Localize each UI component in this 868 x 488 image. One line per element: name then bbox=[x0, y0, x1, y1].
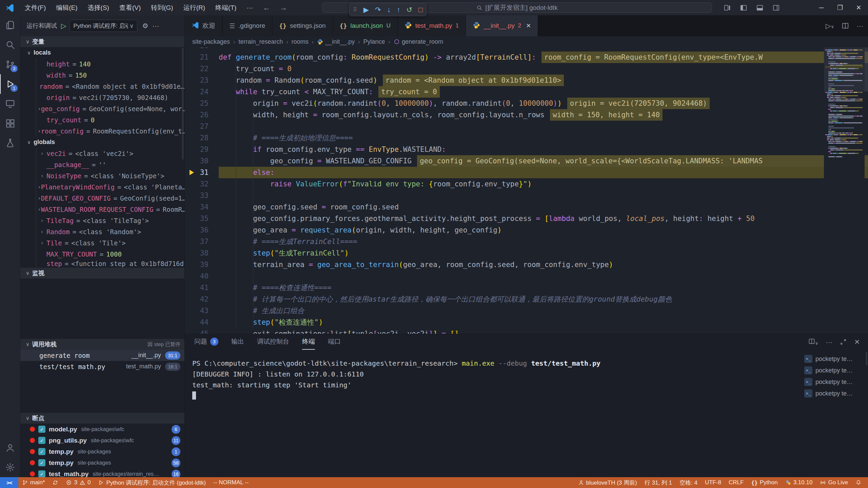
code-line-24[interactable]: 24 while try_count < MAX_TRY_COUNT:try_c… bbox=[185, 86, 868, 98]
nav-forward-button[interactable]: → bbox=[275, 3, 292, 12]
code-line-44[interactable]: 44 step("检查连通性") bbox=[185, 317, 868, 328]
menu-item[interactable]: ··· bbox=[241, 0, 258, 15]
more-actions-icon[interactable]: ··· bbox=[826, 338, 832, 346]
code-line-37[interactable]: 37 # ====生成TerrainCell==== bbox=[185, 236, 868, 247]
breakpoint-row[interactable]: ✓test_math.pysite-packages\terrain_res…1… bbox=[20, 468, 184, 477]
activity-item-source-control[interactable]: 3 bbox=[0, 55, 20, 74]
step-over-button[interactable]: ↷ bbox=[375, 6, 381, 13]
nav-back-button[interactable]: ← bbox=[258, 3, 275, 12]
close-button[interactable]: ✕ bbox=[849, 0, 868, 15]
breadcrumb-item[interactable]: rooms bbox=[292, 38, 309, 45]
code-line-45[interactable]: 45 exit_combinations:list[tuple[vec2i, v… bbox=[185, 328, 868, 334]
activity-item-explorer[interactable] bbox=[0, 15, 20, 35]
customize-layout-icon[interactable] bbox=[724, 4, 731, 12]
split-terminal-button[interactable]: ∨ bbox=[808, 338, 818, 346]
code-line-38[interactable]: 38 step("生成TerrainCell") bbox=[185, 247, 868, 259]
panel-tab-问题[interactable]: 问题3 bbox=[194, 334, 218, 350]
breadcrumb-item[interactable]: Pylance bbox=[363, 38, 385, 45]
breadcrumb-item[interactable]: __init__.py bbox=[317, 38, 355, 45]
panel-tab-调试控制台[interactable]: 调试控制台 bbox=[257, 334, 289, 350]
code-line-42[interactable]: 42 # 计算每一个出口的中心，然后使用astar生成路径，确保每一个出口组合都… bbox=[185, 293, 868, 305]
run-python-file-button[interactable]: ▷∨ bbox=[826, 22, 834, 30]
variable-row[interactable]: ›room_config=RoomRequestConfig(env_t… bbox=[36, 125, 184, 137]
variable-row[interactable]: ›vec2i=<class 'vec2i'> bbox=[36, 148, 184, 159]
code-line-22[interactable]: 22 try_count = 0 bbox=[185, 63, 868, 75]
statusbar-vim-mode[interactable]: -- NORMAL -- bbox=[210, 477, 252, 488]
editor-tab-欢迎[interactable]: 欢迎 bbox=[185, 15, 222, 36]
code-line-23[interactable]: 23 random = Random(room_config.seed)rand… bbox=[185, 75, 868, 86]
variable-row[interactable]: ›WASTELAND_ROOM_REQUEST_CONFIG=RoomR… bbox=[36, 204, 184, 215]
panel-tab-端口[interactable]: 端口 bbox=[328, 334, 341, 350]
watch-section-header[interactable]: ∨ 监视 bbox=[20, 268, 184, 279]
editor-tab-test_math.py[interactable]: test_math.py1 bbox=[398, 15, 466, 36]
menu-item[interactable]: 转到(G) bbox=[146, 0, 178, 15]
code-line-21[interactable]: 21def generate_room(room_config: RoomReq… bbox=[185, 52, 868, 63]
restore-button[interactable]: ❐ bbox=[831, 0, 849, 15]
statusbar-debug-config[interactable]: Python 调试程序: 启动文件 (godot-ldtk) bbox=[94, 477, 210, 488]
code-line-27[interactable]: 27 bbox=[185, 121, 868, 132]
statusbar-author[interactable]: blueloveTH (3 周前) bbox=[574, 477, 641, 488]
editor-tab-.gdignore[interactable]: ☰.gdignore bbox=[222, 15, 272, 36]
activity-item-settings[interactable] bbox=[0, 458, 20, 477]
scrollbar-thumb[interactable] bbox=[865, 47, 868, 92]
step-into-button[interactable]: ↓ bbox=[387, 6, 391, 13]
breakpoints-section-header[interactable]: ∨ 断点 bbox=[20, 413, 184, 424]
callstack-frame[interactable]: test/test_math.pytest_math.py16:1 bbox=[20, 361, 184, 372]
code-line-39[interactable]: 39 terrain_area = geo_area_to_terrain(ge… bbox=[185, 259, 868, 270]
terminal-list-item[interactable]: >_pocketpy te… bbox=[804, 376, 863, 388]
breadcrumb[interactable]: site-packages›terrain_research›rooms›__i… bbox=[185, 36, 868, 47]
toggle-panel-icon[interactable] bbox=[756, 4, 764, 12]
checkbox-checked[interactable]: ✓ bbox=[38, 470, 45, 477]
variable-row[interactable]: ›Random=<class 'Random'> bbox=[36, 226, 184, 237]
variable-row[interactable]: MAX_TRY_COUNT=1000 bbox=[36, 248, 184, 260]
code-line-26[interactable]: 26 width, height = room_config.layout.n_… bbox=[185, 109, 868, 121]
variable-row[interactable]: step=<function step at 0x1bf8d716d bbox=[36, 260, 184, 268]
variable-row[interactable]: ›PlanetaryWindConfig=<class 'Planeta… bbox=[36, 181, 184, 192]
panel-tab-终端[interactable]: 终端 bbox=[302, 334, 315, 350]
variable-row[interactable]: __package__='' bbox=[36, 159, 184, 170]
breadcrumb-item[interactable]: site-packages bbox=[192, 38, 230, 45]
panel-tab-输出[interactable]: 输出 bbox=[231, 334, 244, 350]
statusbar-language[interactable]: {}Python bbox=[747, 477, 781, 488]
code-line-25[interactable]: 25 origin = vec2i(random.randint(0, 1000… bbox=[185, 98, 868, 109]
restart-button[interactable]: ↺ bbox=[406, 6, 412, 13]
breakpoint-row[interactable]: ✓model.pysite-packages\wfc6 bbox=[20, 424, 184, 435]
more-actions-icon[interactable]: ··· bbox=[856, 22, 863, 30]
variables-group-locals[interactable]: ∨locals bbox=[20, 47, 184, 58]
more-actions-icon[interactable]: ··· bbox=[152, 22, 159, 30]
menu-item[interactable]: 终端(T) bbox=[210, 0, 241, 15]
gear-icon[interactable]: ⚙ bbox=[142, 22, 148, 30]
menu-item[interactable]: 文件(F) bbox=[20, 0, 51, 15]
statusbar-go-live[interactable]: Go Live bbox=[816, 477, 852, 488]
terminal-output[interactable]: PS C:\computer_science\godot-ldtk\site-p… bbox=[185, 350, 800, 477]
minimize-button[interactable]: ─ bbox=[812, 0, 831, 15]
checkbox-checked[interactable]: ✓ bbox=[38, 426, 45, 433]
terminal-list-item[interactable]: >_pocketpy te… bbox=[804, 353, 863, 365]
menu-item[interactable]: 查看(V) bbox=[114, 0, 146, 15]
close-panel-icon[interactable]: ✕ bbox=[854, 338, 860, 346]
variable-row[interactable]: try_count=0 bbox=[36, 114, 184, 125]
minimap[interactable] bbox=[824, 47, 865, 237]
variable-row[interactable]: random=<Random object at 0x1bf9d01e… bbox=[36, 81, 184, 92]
breadcrumb-item[interactable]: generate_room bbox=[394, 38, 443, 45]
activity-item-extensions[interactable] bbox=[0, 114, 20, 133]
editor-tab-launch.json[interactable]: {}launch.jsonU bbox=[333, 15, 398, 36]
menu-item[interactable]: 编辑(E) bbox=[51, 0, 82, 15]
editor-tab-__init__.py[interactable]: __init__.py2✕ bbox=[466, 15, 538, 36]
statusbar-cursor-position[interactable]: 行 31, 列 1 bbox=[641, 477, 676, 488]
code-line-41[interactable]: 41 # ====检查连通性==== bbox=[185, 282, 868, 293]
code-line-29[interactable]: 29 if room_config.env_type == EnvType.WA… bbox=[185, 144, 868, 155]
menu-item[interactable]: 运行(R) bbox=[178, 0, 210, 15]
statusbar-encoding[interactable]: UTF-8 bbox=[701, 477, 725, 488]
statusbar-git-branch[interactable]: main* bbox=[18, 477, 48, 488]
variables-section-header[interactable]: ∨ 变量 bbox=[20, 36, 184, 47]
activity-item-search[interactable] bbox=[0, 35, 20, 55]
activity-item-testing[interactable] bbox=[0, 133, 20, 153]
variable-row[interactable]: height=140 bbox=[36, 58, 184, 69]
activity-item-accounts[interactable] bbox=[0, 438, 20, 458]
code-line-32[interactable]: 32 raise ValueError(f"Invalid env type: … bbox=[185, 178, 868, 190]
variable-row[interactable]: origin=vec2i(7205730, 9024468) bbox=[36, 92, 184, 103]
menu-item[interactable]: 选择(S) bbox=[83, 0, 114, 15]
activity-item-run-and-debug[interactable]: 1 bbox=[0, 74, 20, 94]
continue-button[interactable]: ▶ bbox=[363, 6, 369, 13]
